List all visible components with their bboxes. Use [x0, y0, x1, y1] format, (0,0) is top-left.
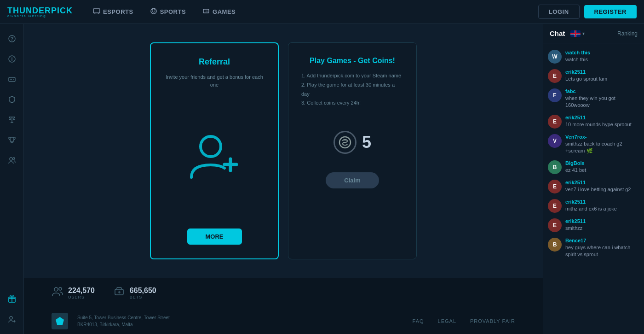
bets-stat-icon: [113, 286, 125, 300]
footer-link-legal[interactable]: LEGAL: [438, 318, 456, 324]
nav-item-games[interactable]: GAMES: [196, 5, 242, 19]
chat-panel: Chat ▾ Ranking W watch this watch: [543, 24, 644, 334]
sidebar-icon-shield[interactable]: [3, 90, 21, 109]
chat-avatar: B: [548, 160, 562, 174]
svg-point-3: [151, 8, 156, 14]
chat-title: Chat: [550, 29, 565, 37]
sidebar-icon-trophy[interactable]: [3, 131, 21, 149]
chat-avatar: E: [548, 180, 562, 193]
footer-link-provably-fair[interactable]: PROVABLY FAIR: [470, 318, 515, 324]
bets-count: 665,650: [130, 287, 156, 295]
chat-username: erik2511: [565, 218, 586, 224]
svg-rect-11: [9, 77, 15, 82]
esports-icon: [93, 7, 100, 16]
register-button[interactable]: REGISTER: [584, 5, 637, 18]
footer-logo: [52, 313, 68, 329]
coin-icon: [334, 131, 356, 154]
svg-rect-0: [93, 9, 100, 13]
games-icon: [202, 7, 210, 16]
nav-item-sports[interactable]: SPORTS: [144, 5, 192, 19]
sidebar-icon-help[interactable]: ?: [3, 29, 21, 48]
chat-message: V Ven7rox- smithzz back to coach g2 +scr…: [543, 131, 644, 158]
bets-label: BETS: [130, 295, 156, 299]
chat-username: BigBois: [565, 160, 586, 166]
chat-message: B BigBois ez 41 bet: [543, 158, 644, 177]
games-card-title: Play Games - Get Coins!: [310, 57, 395, 65]
chat-username: fabc: [565, 88, 639, 94]
sidebar-icon-users[interactable]: [3, 151, 21, 170]
sidebar-icon-info[interactable]: i: [3, 50, 21, 68]
chat-text: smithzz: [565, 225, 586, 232]
chat-avatar: E: [548, 69, 562, 83]
games-card: Play Games - Get Coins! 1. Add thunderpi…: [288, 42, 417, 259]
step-1: 1. Add thunderpick.com to your Steam nam…: [301, 71, 403, 81]
chat-username: Ven7rox-: [565, 134, 639, 140]
svg-line-2: [98, 13, 98, 14]
chat-text: 10 more rounds hype sproout: [565, 121, 632, 128]
svg-point-32: [59, 287, 62, 290]
chat-text: ven7 i love betting against g2: [565, 186, 631, 193]
nav-item-esports[interactable]: ESPORTS: [86, 5, 140, 19]
chat-username: erik2511: [565, 199, 617, 205]
coin-area: 5: [334, 117, 371, 172]
header-actions: LOGIN REGISTER: [538, 5, 637, 19]
claim-button[interactable]: Claim: [326, 172, 379, 188]
chat-avatar: W: [548, 50, 562, 64]
chat-msg-content: fabc when they win you got 160wooow: [565, 88, 639, 109]
sidebar-icon-add-user[interactable]: [3, 310, 21, 328]
chat-msg-content: BigBois ez 41 bet: [565, 160, 586, 174]
chat-msg-content: watch this watch this: [565, 50, 590, 63]
chat-message: E erik2511 mithz and ex6 is a joke: [543, 196, 644, 216]
chat-msg-content: erik2511 mithz and ex6 is a joke: [565, 199, 617, 212]
svg-point-27: [201, 136, 221, 157]
users-label: USERS: [68, 295, 95, 299]
ranking-button[interactable]: Ranking: [617, 30, 638, 37]
footer: Suite 5, Tower Business Centre, Tower St…: [24, 308, 543, 334]
chat-text: mithz and ex6 is a joke: [565, 205, 617, 212]
chat-username: Bence17: [565, 238, 639, 243]
coin-number: 5: [362, 133, 371, 152]
chat-messages: W watch this watch this E erik2511 Lets …: [543, 43, 644, 334]
chat-message: E erik2511 smithzz: [543, 216, 644, 235]
svg-point-6: [207, 11, 208, 12]
chat-msg-content: Bence17 hey guys where can i whatch spir…: [565, 238, 639, 258]
chat-avatar: E: [548, 218, 562, 232]
users-stat-icon: [52, 286, 63, 300]
chat-msg-content: erik2511 Lets go sprout fam: [565, 69, 607, 82]
svg-point-24: [10, 316, 12, 319]
users-count: 224,570: [68, 287, 95, 295]
chat-avatar: E: [548, 199, 562, 213]
login-button[interactable]: LOGIN: [538, 5, 580, 19]
chat-message: E erik2511 Lets go sprout fam: [543, 66, 644, 86]
svg-marker-36: [56, 317, 64, 325]
svg-point-21: [13, 158, 15, 159]
main-nav: ESPORTS SPORTS GAMES: [86, 5, 538, 19]
svg-point-20: [10, 158, 12, 160]
chat-avatar: V: [548, 134, 562, 148]
header: THUNDERPICK eSports Betting ESPORTS SPOR…: [0, 0, 644, 24]
footer-link-faq[interactable]: FAQ: [413, 318, 424, 324]
nav-sports-label: SPORTS: [160, 8, 186, 15]
referral-person-icon: [187, 134, 242, 193]
chat-flag[interactable]: ▾: [570, 30, 585, 37]
svg-point-31: [54, 287, 58, 291]
chat-avatar: F: [548, 88, 562, 102]
referral-card: Referral Invite your friends and get a b…: [150, 42, 279, 259]
sidebar-icon-scale[interactable]: [3, 111, 21, 129]
chat-message: W watch this watch this: [543, 47, 644, 66]
bets-stat: 665,650 BETS: [113, 286, 156, 300]
chat-username: erik2511: [565, 115, 632, 120]
sidebar-icon-controller[interactable]: [3, 70, 21, 88]
main-layout: ? i: [0, 24, 644, 334]
more-button[interactable]: More: [187, 229, 242, 245]
nav-esports-label: ESPORTS: [103, 8, 133, 15]
games-steps: 1. Add thunderpick.com to your Steam nam…: [299, 71, 405, 108]
footer-links: FAQ LEGAL PROVABLY FAIR: [413, 318, 515, 324]
left-sidebar: ? i: [0, 24, 24, 334]
chat-message: F fabc when they win you got 160wooow: [543, 86, 644, 112]
svg-line-1: [95, 13, 95, 14]
referral-card-subtitle: Invite your friends and get a bonus for …: [162, 73, 267, 88]
chat-message: B Bence17 hey guys where can i whatch sp…: [543, 235, 644, 261]
sidebar-icon-gift[interactable]: [3, 290, 21, 308]
sidebar-bottom: [3, 290, 21, 328]
